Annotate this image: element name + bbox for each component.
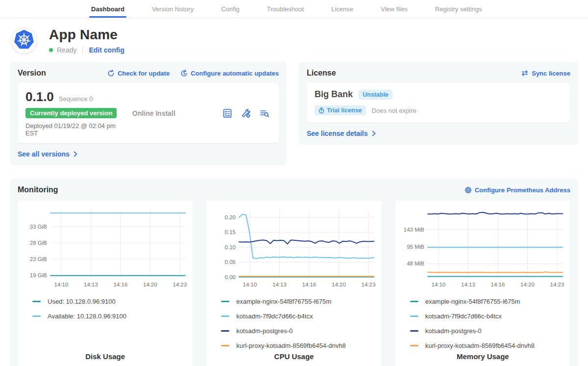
app-logo [11,27,37,54]
svg-text:28 GiB: 28 GiB [29,240,47,246]
svg-text:0.10: 0.10 [225,244,236,250]
chart-title: Memory Usage [395,352,570,361]
sync-license-link[interactable]: Sync license [521,70,570,77]
legend-swatch [221,301,229,302]
legend-label: Available: 10.128.0.96:9100 [48,313,126,320]
svg-text:14:10: 14:10 [54,282,68,288]
tab-troubleshoot[interactable]: Troubleshoot [267,0,304,18]
app-status: Ready [57,46,76,54]
install-type-label: Online Install [129,109,222,117]
legend-item: kurl-proxy-kotsadm-8569fb6454-dnvh8 [221,338,377,353]
license-panel: License Sync license Big Bank Unstable [299,62,578,145]
legend-swatch [221,345,229,346]
chart-legend: example-nginx-54f8f76755-l675mkotsadm-7f… [221,294,377,353]
svg-text:0.15: 0.15 [225,229,236,235]
deployed-timestamp: Deployed 01/19/22 @ 02:04 pm EST [25,122,129,137]
svg-text:14:20: 14:20 [332,282,346,288]
app-header: App Name Ready Edit config [0,18,588,59]
top-nav: DashboardVersion historyConfigTroublesho… [0,0,588,18]
disk-usage-chart: 14:1014:1314:1614:2014:2319 GiB23 GiB28 … [22,206,189,290]
configure-prometheus-link[interactable]: Configure Prometheus Address [465,186,570,194]
svg-text:23 GiB: 23 GiB [29,256,47,262]
svg-text:48 MiB: 48 MiB [407,261,425,266]
current-version-card: 0.1.0 Sequence 0 Currently deployed vers… [18,83,279,143]
edit-config-gear-icon[interactable] [241,108,251,119]
legend-item: kotsadm-7f9dc7d66c-b4tcx [410,309,566,323]
svg-text:19 GiB: 19 GiB [29,272,47,278]
view-diff-icon[interactable] [259,108,270,119]
svg-text:14:16: 14:16 [491,282,505,288]
tab-dashboard[interactable]: Dashboard [91,0,124,18]
legend-label: kotsadm-postgres-0 [425,327,482,335]
legend-label: kotsadm-7f9dc7d66c-b4tcx [236,313,313,320]
cpu-usage-chart: 14:1014:1314:1614:2014:230.000.050.100.1… [211,206,377,290]
svg-text:0.00: 0.00 [225,274,236,280]
legend-label: example-nginx-54f8f76755-l675m [425,298,520,305]
preflight-checks-icon[interactable] [222,108,233,119]
version-heading: Version [18,69,46,78]
license-card: Big Bank Unstable Trial license [307,83,570,123]
legend-item: kotsadm-7f9dc7d66c-b4tcx [221,309,377,323]
legend-item: Available: 10.128.0.96:9100 [32,309,189,323]
svg-text:14:10: 14:10 [432,282,446,288]
page-title: App Name [49,27,124,43]
chevron-right-icon [73,151,78,157]
chart-card-disk-usage: 14:1014:1314:1614:2014:2319 GiB23 GiB28 … [18,201,193,366]
legend-label: example-nginx-54f8f76755-l675m [236,298,331,305]
legend-label: kurl-proxy-kotsadm-8569fb6454-dnvh8 [236,342,345,349]
sequence-label: Sequence 0 [59,95,93,103]
see-all-versions-link[interactable]: See all versions [18,150,78,158]
svg-text:14:20: 14:20 [520,282,535,288]
legend-swatch [32,315,41,317]
sync-arrows-icon [521,70,529,77]
tab-view-files[interactable]: View files [381,0,408,18]
tab-config[interactable]: Config [221,0,240,18]
chart-title: Disk Usage [18,352,193,361]
license-heading: License [307,69,336,78]
check-for-update-link[interactable]: Check for update [107,70,170,77]
svg-text:143 MiB: 143 MiB [404,227,425,233]
chart-title: CPU Usage [206,352,381,361]
charts-row: 14:1014:1314:1614:2014:2319 GiB23 GiB28 … [18,201,570,366]
tab-version-history[interactable]: Version history [152,0,194,18]
legend-item: example-nginx-54f8f76755-l675m [221,294,377,309]
legend-item: Used: 10.128.0.96:9100 [32,294,189,309]
svg-text:14:13: 14:13 [272,282,287,288]
svg-text:14:13: 14:13 [461,282,475,288]
monitoring-panel: Monitoring Configure Prometheus Address … [10,179,578,366]
chart-card-memory-usage: 14:1014:1314:1614:2014:2348 MiB95 MiB143… [395,201,570,366]
version-number: 0.1.0 [25,89,54,105]
channel-badge: Unstable [359,90,392,100]
chart-legend: Used: 10.128.0.96:9100Available: 10.128.… [32,294,189,323]
chart-card-cpu-usage: 14:1014:1314:1614:2014:230.000.050.100.1… [206,201,381,366]
kubernetes-icon [13,28,35,53]
refresh-icon [107,70,115,77]
license-type-badge: Trial license [315,105,366,115]
legend-swatch [410,330,418,332]
svg-text:14:10: 14:10 [243,282,257,288]
divider [82,47,83,54]
svg-text:95 MiB: 95 MiB [407,244,425,250]
legend-item: kotsadm-postgres-0 [410,323,566,338]
svg-text:14:13: 14:13 [84,282,98,288]
version-panel: Version Check for update [10,62,287,165]
legend-swatch [221,330,229,332]
legend-item: kotsadm-postgres-0 [221,323,377,338]
tab-registry-settings[interactable]: Registry settings [435,0,482,18]
legend-swatch [221,315,229,317]
license-name: Big Bank [315,89,353,100]
legend-swatch [410,315,418,317]
legend-label: kotsadm-postgres-0 [236,327,293,335]
legend-label: kotsadm-7f9dc7d66c-b4tcx [425,313,502,320]
see-license-details-link[interactable]: See license details [307,130,376,137]
svg-text:14:20: 14:20 [143,282,157,288]
status-dot [49,48,53,52]
edit-config-link[interactable]: Edit config [89,46,124,54]
svg-text:14:16: 14:16 [113,282,127,288]
tab-license[interactable]: License [331,0,353,18]
kots-dashboard-page: DashboardVersion historyConfigTroublesho… [0,0,588,366]
chevron-right-icon [371,131,376,136]
svg-text:14:23: 14:23 [550,282,564,288]
configure-automatic-updates-link[interactable]: Configure automatic updates [180,70,279,77]
legend-swatch [410,345,418,346]
